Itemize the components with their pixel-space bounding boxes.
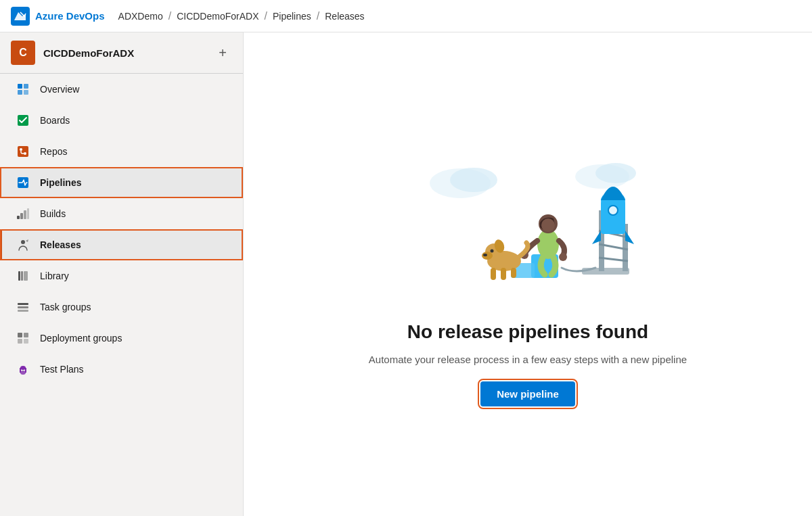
sidebar-item-boards[interactable]: Boards — [0, 105, 243, 136]
svg-point-30 — [595, 163, 636, 183]
breadcrumb-sep-3: / — [317, 10, 319, 22]
azure-logo-icon — [11, 7, 30, 26]
sidebar-item-pipelines-label: Pipelines — [40, 177, 81, 188]
project-add-button[interactable]: + — [213, 43, 232, 62]
sidebar-item-builds-label: Builds — [40, 208, 66, 219]
sidebar-item-repos[interactable]: Repos — [0, 136, 243, 167]
sidebar-item-deployment-groups[interactable]: Deployment groups — [0, 323, 243, 354]
new-pipeline-button[interactable]: New pipeline — [480, 381, 575, 406]
releases-icon — [16, 237, 30, 252]
sidebar-item-library-label: Library — [40, 271, 69, 281]
svg-rect-15 — [18, 271, 20, 281]
library-icon — [16, 268, 30, 283]
svg-point-52 — [483, 254, 487, 256]
svg-point-25 — [20, 371, 26, 375]
svg-rect-54 — [501, 268, 506, 280]
pipelines-icon — [16, 175, 30, 190]
empty-subtitle: Automate your release process in a few e… — [369, 354, 687, 365]
svg-rect-3 — [18, 90, 22, 95]
sidebar-item-builds[interactable]: Builds — [0, 198, 243, 229]
content-area: No release pipelines found Automate your… — [244, 32, 812, 516]
svg-rect-23 — [18, 339, 22, 344]
empty-title: No release pipelines found — [407, 321, 648, 343]
breadcrumb-sep-1: / — [168, 10, 171, 22]
svg-point-51 — [490, 249, 493, 252]
sidebar-item-task-groups[interactable]: Task groups — [0, 291, 243, 323]
svg-rect-10 — [17, 216, 20, 219]
sidebar-item-releases[interactable]: Releases — [0, 229, 243, 260]
breadcrumb-adxdemo[interactable]: ADXDemo — [118, 11, 163, 22]
svg-point-14 — [21, 240, 25, 244]
azure-devops-logo[interactable]: Azure DevOps — [11, 7, 105, 26]
sidebar: C CICDDemoForADX + Overview — [0, 32, 244, 516]
svg-rect-19 — [18, 306, 28, 308]
main-layout: C CICDDemoForADX + Overview — [0, 32, 812, 516]
svg-point-49 — [482, 252, 493, 260]
svg-point-7 — [20, 148, 22, 151]
sidebar-item-repos-label: Repos — [40, 146, 67, 157]
breadcrumb-sep-2: / — [265, 10, 267, 22]
sidebar-item-test-plans-label: Test Plans — [40, 364, 84, 375]
svg-rect-55 — [511, 268, 516, 278]
svg-rect-21 — [18, 333, 22, 337]
svg-rect-4 — [24, 90, 28, 95]
builds-icon — [16, 206, 30, 221]
sidebar-item-deployment-groups-label: Deployment groups — [40, 333, 122, 344]
sidebar-item-releases-label: Releases — [40, 239, 81, 250]
breadcrumb: ADXDemo / CICDDemoForADX / Pipelines / R… — [118, 10, 365, 22]
logo-text: Azure DevOps — [35, 10, 105, 22]
project-avatar: C — [11, 41, 35, 65]
sidebar-item-task-groups-label: Task groups — [40, 302, 91, 312]
svg-rect-17 — [24, 271, 28, 281]
repos-icon — [16, 144, 30, 159]
boards-icon — [16, 113, 30, 128]
project-name: CICDDemoForADX — [43, 47, 205, 59]
overview-icon — [16, 82, 30, 97]
breadcrumb-releases[interactable]: Releases — [325, 11, 364, 22]
svg-rect-12 — [24, 210, 26, 219]
svg-point-28 — [450, 168, 497, 192]
sidebar-item-overview-label: Overview — [40, 84, 79, 95]
svg-point-39 — [608, 206, 618, 215]
test-plans-icon — [16, 362, 30, 377]
sidebar-item-library[interactable]: Library — [0, 260, 243, 291]
deployment-groups-icon — [16, 331, 30, 346]
svg-point-44 — [541, 218, 555, 232]
svg-point-26 — [20, 366, 26, 370]
svg-rect-6 — [18, 146, 28, 157]
sidebar-item-test-plans[interactable]: Test Plans — [0, 354, 243, 385]
sidebar-item-boards-label: Boards — [40, 115, 70, 126]
project-header: C CICDDemoForADX + — [0, 32, 243, 74]
topbar: Azure DevOps ADXDemo / CICDDemoForADX / … — [0, 0, 812, 32]
svg-rect-2 — [24, 84, 28, 89]
svg-rect-18 — [18, 303, 28, 305]
svg-rect-53 — [491, 268, 496, 280]
svg-rect-24 — [24, 339, 28, 344]
svg-rect-20 — [18, 310, 28, 312]
svg-rect-22 — [24, 333, 28, 337]
breadcrumb-cicddemoforadx[interactable]: CICDDemoForADX — [177, 11, 258, 22]
sidebar-item-overview[interactable]: Overview — [0, 74, 243, 105]
sidebar-item-pipelines[interactable]: Pipelines — [0, 167, 243, 198]
svg-rect-1 — [18, 84, 22, 89]
svg-point-46 — [559, 253, 567, 261]
task-groups-icon — [16, 300, 30, 314]
svg-point-8 — [24, 152, 26, 155]
empty-state: No release pipelines found Automate your… — [369, 143, 687, 406]
svg-point-42 — [537, 229, 559, 259]
breadcrumb-pipelines[interactable]: Pipelines — [273, 11, 311, 22]
svg-rect-11 — [20, 213, 23, 219]
svg-rect-13 — [27, 208, 29, 219]
empty-illustration — [399, 143, 656, 305]
svg-rect-16 — [21, 271, 23, 281]
